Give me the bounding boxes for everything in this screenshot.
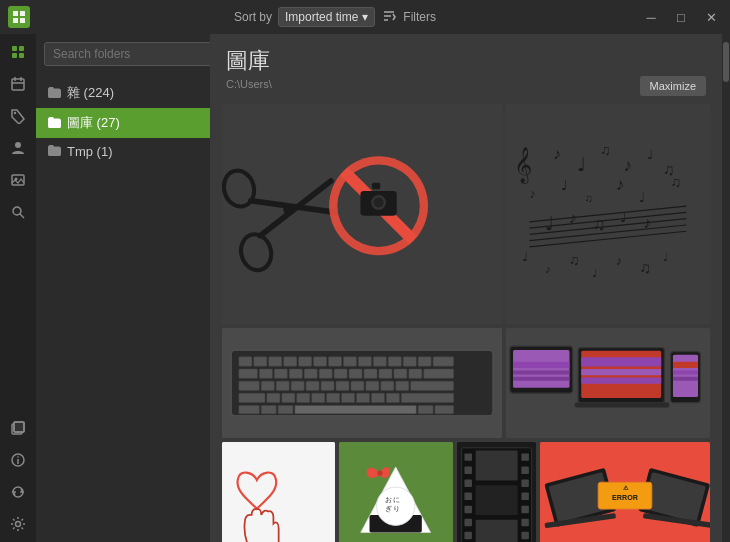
close-button[interactable]: ✕ (700, 6, 722, 28)
svg-rect-121 (371, 393, 384, 402)
title-bar-left (8, 6, 30, 28)
gallery-row-3: お に ぎ り (222, 442, 710, 542)
folder-icon-1 (48, 116, 61, 131)
scroll-thumb[interactable] (723, 42, 729, 82)
svg-rect-157 (464, 493, 471, 500)
svg-rect-126 (278, 405, 293, 413)
sort-order-button[interactable] (381, 8, 397, 27)
svg-rect-91 (289, 369, 302, 378)
gallery-item-filmstrip[interactable] (457, 442, 536, 542)
svg-rect-140 (575, 403, 669, 408)
sidebar-icon-album[interactable] (4, 414, 32, 442)
title-bar-center: Sort by Imported time ▾ Filters (30, 7, 640, 27)
svg-rect-154 (464, 453, 471, 460)
sidebar-icon-settings[interactable] (4, 510, 32, 538)
svg-rect-94 (334, 369, 347, 378)
sort-dropdown[interactable]: Imported time ▾ (278, 7, 375, 27)
svg-rect-172 (475, 520, 517, 542)
sidebar-icon-person[interactable] (4, 134, 32, 162)
svg-rect-114 (267, 393, 280, 402)
sidebar-icon-sync[interactable] (4, 478, 32, 506)
gallery-item-scissors[interactable] (222, 104, 502, 324)
folder-label-1: 圖庫 (27) (67, 114, 120, 132)
maximize-button[interactable]: □ (670, 6, 692, 28)
svg-rect-159 (464, 519, 471, 526)
gallery-item-hand[interactable] (222, 442, 335, 542)
gallery-item-onigiri[interactable]: お に ぎ り (339, 442, 452, 542)
right-scrollbar[interactable] (722, 34, 730, 542)
svg-rect-92 (304, 369, 317, 378)
svg-rect-113 (239, 393, 265, 402)
svg-text:♪: ♪ (643, 214, 651, 231)
svg-rect-86 (418, 357, 431, 366)
maximize-button[interactable]: Maximize (640, 76, 706, 96)
svg-rect-97 (379, 369, 392, 378)
svg-rect-74 (239, 357, 252, 366)
folder-item-2[interactable]: Tmp (1) (36, 138, 210, 165)
svg-text:♩: ♩ (522, 250, 528, 264)
svg-rect-122 (386, 393, 399, 402)
svg-point-16 (15, 142, 21, 148)
svg-text:♩: ♩ (545, 213, 554, 234)
minimize-button[interactable]: ─ (640, 6, 662, 28)
sort-dropdown-arrow: ▾ (362, 10, 368, 24)
folder-icon-2 (48, 144, 61, 159)
sidebar-icon-tag[interactable] (4, 102, 32, 130)
app-icon (8, 6, 30, 28)
svg-rect-158 (464, 506, 471, 513)
svg-rect-3 (20, 18, 25, 23)
svg-rect-116 (297, 393, 310, 402)
svg-point-41 (374, 198, 384, 208)
search-input[interactable] (44, 42, 210, 66)
main-layout: 雜 (224) 圖庫 (27) (0, 34, 730, 542)
gallery-item-devices[interactable] (506, 328, 710, 438)
svg-text:お: お (386, 496, 393, 504)
sidebar-icon-search[interactable] (4, 198, 32, 226)
sidebar-icon-strip (0, 34, 36, 542)
folder-item-1[interactable]: 圖庫 (27) (36, 108, 210, 138)
svg-text:♪: ♪ (553, 145, 561, 162)
sidebar-icon-calendar[interactable] (4, 70, 32, 98)
svg-point-19 (13, 207, 21, 215)
svg-text:に: に (393, 496, 400, 504)
svg-rect-129 (435, 405, 454, 413)
svg-rect-165 (521, 493, 528, 500)
svg-rect-8 (19, 46, 24, 51)
svg-rect-9 (12, 53, 17, 58)
content-title: 圖庫 (226, 46, 706, 76)
folder-label-0: 雜 (224) (67, 84, 114, 102)
svg-text:り: り (393, 505, 400, 513)
svg-rect-98 (394, 369, 407, 378)
gallery-item-music[interactable]: 𝄞 ♪ ♩ ♫ ♪ ♩ ♫ ♪ ♩ ♫ ♪ ♩ ♫ (506, 104, 710, 324)
svg-rect-119 (342, 393, 355, 402)
sidebar-panel: 雜 (224) 圖庫 (27) (36, 34, 210, 542)
svg-rect-134 (513, 377, 569, 381)
svg-text:♪: ♪ (545, 263, 550, 275)
gallery-item-error[interactable]: ⚠ ERROR (540, 442, 710, 542)
svg-rect-144 (673, 370, 698, 374)
folder-list: 雜 (224) 圖庫 (27) (36, 74, 210, 542)
svg-rect-7 (12, 46, 17, 51)
sidebar-icon-home[interactable] (4, 38, 32, 66)
svg-rect-137 (581, 357, 661, 366)
gallery-item-keyboard[interactable] (222, 328, 502, 438)
svg-rect-77 (284, 357, 297, 366)
svg-rect-167 (521, 519, 528, 526)
sidebar-icon-info[interactable] (4, 446, 32, 474)
svg-rect-106 (321, 381, 334, 390)
svg-rect-93 (319, 369, 332, 378)
sort-by-label: Sort by (234, 10, 272, 24)
svg-rect-162 (521, 453, 528, 460)
sidebar-icon-image[interactable] (4, 166, 32, 194)
svg-rect-170 (475, 451, 517, 481)
svg-rect-120 (356, 393, 369, 402)
svg-text:♩: ♩ (647, 148, 653, 162)
svg-text:♫: ♫ (639, 259, 651, 276)
folder-item-0[interactable]: 雜 (224) (36, 78, 210, 108)
svg-rect-127 (295, 405, 416, 413)
svg-rect-82 (358, 357, 371, 366)
filters-button[interactable]: Filters (403, 10, 436, 24)
svg-rect-1 (20, 11, 25, 16)
svg-text:ERROR: ERROR (612, 494, 639, 502)
svg-rect-96 (364, 369, 377, 378)
